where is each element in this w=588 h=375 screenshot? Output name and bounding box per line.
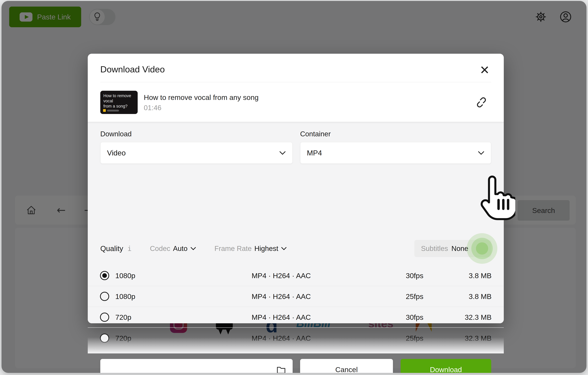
- option-size: 3.8 MB: [456, 271, 492, 280]
- quality-option-720p-30[interactable]: 720p MP4 · H264 · AAC 30fps 32.3 MB: [88, 307, 504, 328]
- app-window: Paste Link: [1, 1, 587, 373]
- container-field-label: Container: [300, 130, 331, 138]
- download-type-value: Video: [107, 149, 126, 157]
- download-field-label: Download: [100, 130, 132, 138]
- codec-value: Auto: [173, 244, 188, 253]
- video-duration: 01:46: [144, 104, 161, 112]
- header-divider: [100, 82, 491, 82]
- option-fps: 30fps: [406, 313, 456, 322]
- video-title: How to remove vocal from any song: [144, 93, 259, 101]
- chevron-down-icon: [279, 151, 286, 155]
- download-type-select[interactable]: Video: [100, 142, 293, 164]
- save-path-field[interactable]: [100, 359, 293, 373]
- option-fps: 25fps: [406, 292, 456, 301]
- option-size: 32.3 MB: [456, 313, 492, 322]
- radio-icon[interactable]: [100, 313, 109, 322]
- save-path-input[interactable]: [106, 359, 276, 373]
- quality-option-1080p-30[interactable]: 1080p MP4 · H264 · AAC 30fps 3.8 MB: [88, 265, 504, 286]
- radio-icon[interactable]: [100, 271, 109, 280]
- chevron-down-icon: [478, 151, 484, 155]
- framerate-value: Highest: [254, 244, 278, 253]
- click-glow: [467, 233, 497, 264]
- option-size: 3.8 MB: [456, 292, 492, 301]
- framerate-label: Frame Rate: [215, 244, 252, 253]
- option-quality: 720p: [115, 313, 157, 322]
- chevron-down-icon: [190, 247, 196, 250]
- subtitles-select[interactable]: Subtitles None: [414, 240, 491, 257]
- codec-label: Codec: [150, 244, 170, 253]
- download-button[interactable]: Download: [400, 359, 491, 373]
- framerate-select[interactable]: Frame Rate Highest: [215, 244, 287, 253]
- option-fps: 30fps: [406, 271, 456, 280]
- close-icon: ✕: [480, 63, 490, 77]
- download-label: Download: [430, 365, 462, 373]
- quality-info-icon[interactable]: i: [127, 245, 132, 253]
- container-select[interactable]: MP4: [300, 142, 491, 164]
- thumbnail-text: How to remove vocal from a song?: [103, 93, 134, 109]
- option-codec: MP4 · H264 · AAC: [157, 313, 406, 322]
- option-codec: MP4 · H264 · AAC: [157, 271, 406, 280]
- close-button[interactable]: ✕: [476, 62, 493, 79]
- thumbnail-watermark-text: [107, 110, 119, 111]
- link-chain-icon: [475, 96, 488, 109]
- option-codec: MP4 · H264 · AAC: [157, 292, 406, 301]
- quality-option-1080p-25[interactable]: 1080p MP4 · H264 · AAC 25fps 3.8 MB: [88, 286, 504, 307]
- option-quality: 1080p: [115, 271, 157, 280]
- option-quality: 1080p: [115, 292, 157, 301]
- folder-icon: [276, 364, 286, 373]
- subtitles-value: None: [452, 244, 468, 253]
- radio-icon[interactable]: [100, 292, 109, 301]
- download-video-dialog: Download Video ✕ How to remove vocal fro…: [88, 54, 504, 323]
- container-value: MP4: [307, 149, 322, 157]
- cancel-button[interactable]: Cancel: [300, 359, 393, 373]
- source-link-button[interactable]: [474, 95, 489, 110]
- cancel-label: Cancel: [335, 365, 358, 373]
- quality-label: Quality: [100, 244, 123, 253]
- dialog-title: Download Video: [100, 64, 165, 74]
- list-scroll-fade: [88, 337, 504, 354]
- chevron-down-icon: [281, 247, 287, 250]
- options-panel: Download Container Video MP4 Quality i C…: [88, 122, 504, 323]
- video-thumbnail: How to remove vocal from a song?: [100, 91, 138, 114]
- thumbnail-watermark: [103, 109, 106, 112]
- codec-select[interactable]: Codec Auto: [150, 244, 196, 253]
- subtitles-label: Subtitles: [421, 244, 448, 253]
